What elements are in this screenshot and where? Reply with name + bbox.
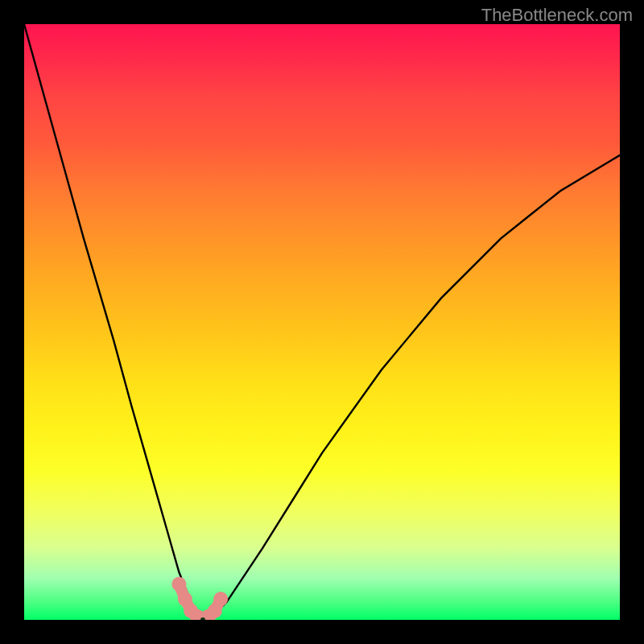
svg-point-7: [213, 592, 228, 606]
plot-area: [24, 24, 620, 620]
bottleneck-curve: [24, 24, 620, 620]
svg-point-0: [171, 577, 186, 592]
highlighted-range: [171, 577, 228, 620]
chart-svg: [24, 24, 620, 620]
watermark-text: TheBottleneck.com: [481, 5, 633, 26]
